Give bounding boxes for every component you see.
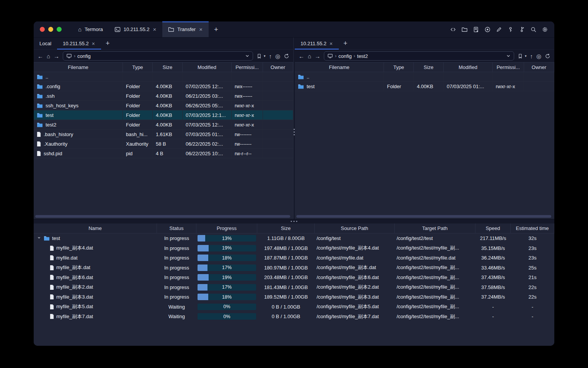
code-icon[interactable] [450,26,456,33]
close-icon[interactable]: × [152,26,157,32]
cell-filename: .Xauthority [34,139,123,148]
transfer-row[interactable]: myfile.dat In progress 18% 187.87MB / 1.… [34,253,554,263]
refresh-icon[interactable] [284,53,289,59]
col-size[interactable]: Size [153,62,183,72]
col-permissions[interactable]: Permissi... [493,62,524,72]
file-row[interactable]: .. [34,72,293,82]
col-permissions[interactable]: Permissi... [232,62,263,72]
close-window-button[interactable] [40,27,45,32]
transfer-row[interactable]: test In progress 13% 1.11GB / 8.00GB /co… [34,233,554,243]
breadcrumb-segment[interactable]: config [338,53,352,59]
back-icon[interactable]: ← [38,53,43,59]
tab-termora[interactable]: ⌂ Termora [72,21,109,37]
refresh-icon[interactable] [545,53,550,59]
left-path-field[interactable]: › config [63,51,253,61]
file-row[interactable]: .. [295,72,554,82]
cell-estimated-time: 21s [511,274,554,280]
bookmark-caret-icon[interactable]: ▾ [525,54,527,58]
horizontal-scrollbar-thumb[interactable] [296,215,551,218]
show-hidden-icon[interactable]: ◎ [536,53,541,59]
transfer-row[interactable]: myfile_副本4.dat In progress 19% 197.48MB … [34,243,554,253]
file-row[interactable]: test Folder 4.00KB 07/03/2025 01:... rwx… [295,82,554,91]
upload-icon[interactable]: ↑ [530,53,533,59]
tab-ssh-session[interactable]: 10.211.55.2 × [109,21,162,37]
chevron-down-icon[interactable] [245,54,250,58]
transfer-name-text: myfile_副本3.dat [56,294,93,301]
col-filename[interactable]: Filename [34,62,123,72]
settings-gear-icon[interactable] [542,26,548,33]
col-type[interactable]: Type [123,62,153,72]
close-icon[interactable]: × [199,26,203,32]
search-icon[interactable] [530,26,537,33]
transfer-row[interactable]: myfile_副本6.dat In progress 19% 203.48MB … [34,273,554,283]
transfer-name-text: myfile_副本4.dat [56,245,93,251]
back-icon[interactable]: ← [299,53,304,59]
transfer-row[interactable]: myfile_副本3.dat In progress 18% 189.52MB … [34,292,554,302]
col-owner[interactable]: Owner [263,62,293,72]
horizontal-scrollbar-thumb[interactable] [35,215,290,218]
close-icon[interactable]: × [329,41,333,46]
breadcrumb-segment[interactable]: test2 [357,53,368,59]
key-icon[interactable] [507,26,514,33]
file-row[interactable]: .bash_history bash_hi... 1.61KB 07/03/20… [34,130,293,139]
col-source-path[interactable]: Source Path [315,223,395,233]
col-owner[interactable]: Owner [524,62,554,72]
tab-local[interactable]: Local [34,38,57,49]
col-size[interactable]: Size [414,62,444,72]
new-pane-tab-button[interactable]: + [101,38,114,49]
col-target-path[interactable]: Target Path [395,223,475,233]
show-hidden-icon[interactable]: ◎ [275,53,280,59]
close-icon[interactable]: × [91,41,95,46]
col-status[interactable]: Status [157,223,196,233]
col-speed[interactable]: Speed [475,223,511,233]
col-filename[interactable]: Filename [295,62,384,72]
col-estimated-time[interactable]: Estimated time [511,223,554,233]
upload-icon[interactable]: ↑ [269,53,272,59]
file-row[interactable]: ssh_host_keys Folder 4.00KB 06/26/2025 0… [34,101,293,110]
new-pane-tab-button[interactable]: + [339,38,352,49]
tab-remote-right[interactable]: 10.211.55.2 × [295,38,339,49]
bookmark-icon[interactable] [518,53,523,59]
tab-transfer[interactable]: Transfer × [162,21,209,37]
file-row[interactable]: .config Folder 4.00KB 07/02/2025 12:... … [34,82,293,91]
bookmark-caret-icon[interactable]: ▾ [264,54,266,58]
file-row[interactable]: test2 Folder 4.00KB 07/03/2025 12:... rw… [34,120,293,130]
zoom-window-button[interactable] [57,27,62,32]
edit-icon[interactable] [496,26,502,33]
col-modified[interactable]: Modified [183,62,232,72]
cell-progress: 18% [196,255,257,261]
file-row[interactable]: sshd.pid pid 4 B 06/22/2025 10:... rw-r-… [34,149,293,158]
col-size[interactable]: Size [257,223,315,233]
transfer-row[interactable]: myfile_副本5.dat Waiting 0% 0 B / 1.00GB /… [34,302,554,312]
record-icon[interactable] [484,26,491,33]
col-modified[interactable]: Modified [444,62,493,72]
file-row[interactable]: test Folder 4.00KB 07/03/2025 12:1... rw… [34,110,293,120]
filename-text: .. [46,74,48,80]
folder-icon[interactable] [461,26,468,33]
keychain-icon[interactable] [519,26,525,33]
forward-icon[interactable]: → [54,53,59,59]
right-file-list: .. test F [295,72,554,219]
bookmark-icon[interactable] [256,53,262,59]
collapse-chevron-icon[interactable] [37,235,41,241]
cell-size [414,72,444,81]
col-name[interactable]: Name [34,223,157,233]
transfer-row[interactable]: myfile_副本7.dat Waiting 0% 0 B / 1.00GB /… [34,312,554,322]
log-icon[interactable] [473,26,479,33]
right-path-field[interactable]: › config › test2 [324,51,514,61]
minimize-window-button[interactable] [48,27,53,32]
col-progress[interactable]: Progress [196,223,257,233]
tab-remote-left[interactable]: 10.211.55.2 × [57,38,101,49]
chevron-down-icon[interactable] [506,54,511,58]
file-row[interactable]: .Xauthority Xauthority 58 B 06/22/2025 0… [34,139,293,149]
forward-icon[interactable]: → [315,53,320,59]
transfer-row[interactable]: myfile_副本2.dat In progress 17% 181.43MB … [34,283,554,292]
new-tab-button[interactable]: + [209,21,224,37]
home-icon[interactable]: ⌂ [47,53,50,59]
breadcrumb-segment[interactable]: config [77,53,91,59]
file-row[interactable]: .ssh Folder 4.00KB 06/21/2025 03:... rwx… [34,91,293,101]
col-type[interactable]: Type [384,62,414,72]
home-icon[interactable]: ⌂ [308,53,311,59]
transfer-splitter[interactable] [34,219,554,223]
transfer-row[interactable]: myfile_副本.dat In progress 17% 180.97MB /… [34,263,554,273]
